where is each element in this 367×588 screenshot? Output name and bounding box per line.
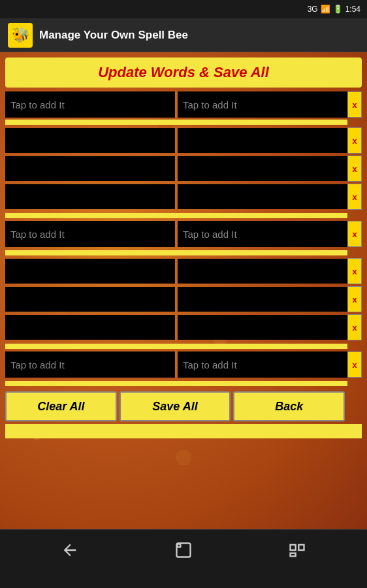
time-display: 1:54 bbox=[345, 5, 360, 14]
delete-btn-8[interactable]: x bbox=[347, 314, 362, 340]
word-input-col2-9[interactable]: Tap to add It bbox=[178, 351, 347, 378]
status-bar: 3G 📶 🔋 1:54 bbox=[0, 0, 367, 18]
word-input-col1-9[interactable]: Tap to add It bbox=[5, 351, 175, 378]
wifi-icon: 📶 bbox=[321, 5, 330, 14]
save-all-button[interactable]: Save All bbox=[120, 391, 231, 421]
app-title: Manage Your Own Spell Bee bbox=[39, 29, 188, 42]
word-input-col2-4[interactable] bbox=[178, 184, 347, 209]
recents-nav-icon bbox=[288, 541, 306, 559]
update-header-text: Update Words & Save All bbox=[98, 64, 269, 80]
delete-btn-6[interactable]: x bbox=[347, 258, 362, 284]
svg-rect-2 bbox=[298, 544, 304, 549]
bottom-buttons: Clear All Save All Back bbox=[5, 391, 362, 421]
svg-rect-1 bbox=[291, 544, 296, 549]
stripe-1 bbox=[5, 120, 347, 125]
word-input-col1-7[interactable] bbox=[5, 287, 175, 312]
clear-all-button[interactable]: Clear All bbox=[5, 391, 117, 421]
stripe-3 bbox=[5, 250, 347, 255]
word-input-col2-8[interactable] bbox=[178, 315, 347, 340]
word-input-col2-1[interactable]: Tap to add It bbox=[178, 91, 347, 118]
delete-btn-5[interactable]: x bbox=[347, 221, 362, 247]
word-input-col1-5[interactable]: Tap to add It bbox=[5, 221, 175, 247]
word-input-col1-4[interactable] bbox=[5, 184, 175, 209]
nav-bar bbox=[0, 529, 367, 570]
recents-nav-button[interactable] bbox=[278, 537, 317, 563]
delete-btn-2[interactable]: x bbox=[347, 127, 362, 154]
stripe-5 bbox=[5, 381, 347, 386]
word-rows-container: Tap to add It Tap to add It x x x bbox=[5, 91, 362, 389]
word-input-col2-6[interactable] bbox=[178, 259, 347, 284]
delete-btn-4[interactable]: x bbox=[347, 184, 362, 210]
delete-btn-3[interactable]: x bbox=[347, 155, 362, 182]
battery-icon: 🔋 bbox=[333, 5, 343, 14]
svg-rect-0 bbox=[177, 543, 191, 557]
home-nav-icon bbox=[174, 541, 193, 559]
delete-btn-1[interactable]: x bbox=[347, 91, 362, 118]
word-input-col1-3[interactable] bbox=[5, 156, 175, 181]
svg-rect-3 bbox=[291, 553, 296, 556]
main-content: Update Words & Save All Tap to add It Ta… bbox=[0, 52, 367, 529]
back-button[interactable]: Back bbox=[233, 391, 345, 421]
delete-btn-9[interactable]: x bbox=[347, 351, 362, 378]
delete-btn-7[interactable]: x bbox=[347, 286, 362, 312]
update-header: Update Words & Save All bbox=[5, 57, 362, 88]
stripe-2 bbox=[5, 213, 347, 218]
word-input-col2-5[interactable]: Tap to add It bbox=[178, 221, 347, 247]
word-input-col1-2[interactable] bbox=[5, 128, 175, 153]
title-bar: 🐝 Manage Your Own Spell Bee bbox=[0, 18, 367, 52]
signal-icon: 3G bbox=[308, 5, 318, 14]
home-nav-button[interactable] bbox=[164, 537, 203, 563]
word-input-col2-7[interactable] bbox=[178, 287, 347, 312]
word-input-col1-6[interactable] bbox=[5, 259, 175, 284]
word-row-6: x bbox=[5, 258, 362, 284]
word-input-col1-8[interactable] bbox=[5, 315, 175, 340]
word-row-2: x bbox=[5, 127, 362, 154]
word-input-col2-3[interactable] bbox=[178, 156, 347, 181]
word-row-8: x bbox=[5, 314, 362, 340]
word-row-5: Tap to add It Tap to add It x bbox=[5, 221, 362, 247]
word-input-col1-1[interactable]: Tap to add It bbox=[5, 91, 175, 118]
word-input-col2-2[interactable] bbox=[178, 128, 347, 153]
word-row-4: x bbox=[5, 184, 362, 210]
word-row-3: x bbox=[5, 155, 362, 182]
back-nav-button[interactable] bbox=[50, 537, 89, 563]
bottom-spacer bbox=[347, 391, 362, 421]
word-row-9: Tap to add It Tap to add It x bbox=[5, 351, 362, 378]
app-icon: 🐝 bbox=[8, 23, 33, 48]
word-row-7: x bbox=[5, 286, 362, 312]
back-nav-icon bbox=[61, 541, 79, 559]
footer-strip bbox=[5, 424, 362, 438]
stripe-4 bbox=[5, 344, 347, 349]
word-row-1: Tap to add It Tap to add It x bbox=[5, 91, 362, 118]
